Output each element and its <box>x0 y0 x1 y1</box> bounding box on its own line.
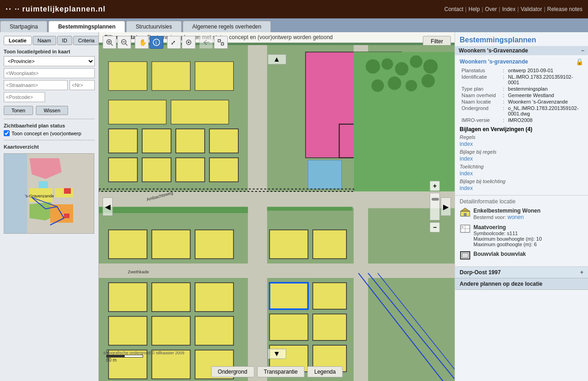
svg-point-60 <box>371 80 384 92</box>
tab-id[interactable]: ID <box>57 36 72 45</box>
regels-link[interactable]: index <box>460 141 473 147</box>
postal-input[interactable] <box>4 92 45 102</box>
city-input[interactable] <box>4 68 95 78</box>
street-input[interactable] <box>4 80 68 90</box>
transparantie-button[interactable]: Transparantie <box>257 366 305 377</box>
legenda-button[interactable]: Legenda <box>307 366 343 377</box>
nav-validator[interactable]: Validator <box>521 6 542 12</box>
svg-rect-1 <box>4 154 27 234</box>
minimap: 's-Gravenzande <box>4 153 94 234</box>
svg-rect-70 <box>109 317 147 346</box>
other-plan-row[interactable]: Dorp-Oost 1997 + <box>455 267 588 278</box>
nav-over[interactable]: Over <box>485 6 497 12</box>
tab-locatie[interactable]: Locatie <box>4 36 32 45</box>
pan-tool[interactable]: ✋ <box>135 36 149 49</box>
expand-icon: + <box>580 269 583 276</box>
map-nav-left[interactable]: ◀ <box>103 197 113 216</box>
nav-help[interactable]: Help <box>468 6 480 12</box>
svg-rect-27 <box>218 40 220 42</box>
svg-rect-44 <box>142 129 171 153</box>
zoom-in-tool[interactable] <box>103 36 116 49</box>
rp-collapse-btn[interactable]: − <box>581 47 584 54</box>
plan-details-table: Planstatus : ontwerp 2010-09-01 Identifi… <box>460 67 583 123</box>
detail-title: Detailinformatie locatie <box>460 198 583 205</box>
wonen-name: Enkelbestemming Wonen <box>473 208 583 214</box>
bijlage-toelichting-label: Bijlage bij toelichting <box>460 179 583 184</box>
svg-text:⤢: ⤢ <box>171 39 176 46</box>
nav-contact[interactable]: Contact <box>444 6 463 12</box>
rp-header: Bestemmingsplannen Woonkern 's-Gravenzan… <box>455 32 588 196</box>
svg-rect-10 <box>64 214 69 218</box>
bouwvlak-content: Bouwvlak bouwvlak <box>473 251 583 257</box>
plan-name-link[interactable]: Woonkern 's-gravenzande <box>460 58 528 65</box>
tab-structuurvisies[interactable]: Structuurvisies <box>126 21 182 32</box>
bijlage-regels-link[interactable]: index <box>460 156 473 162</box>
select-tool[interactable] <box>182 36 196 49</box>
tab-startpagina[interactable]: Startpagina <box>0 21 47 32</box>
svg-rect-4 <box>39 181 48 188</box>
svg-rect-87 <box>99 211 248 213</box>
tonen-button[interactable]: Tonen <box>4 106 33 115</box>
svg-rect-91 <box>270 283 308 309</box>
other-plan-label: Dorp-Oost 1997 <box>460 269 501 276</box>
bijlage-toelichting-section: Bijlage bij toelichting index <box>460 179 583 191</box>
bijlage-regels-section: Bijlage bij regels index <box>460 149 583 162</box>
svg-rect-39 <box>152 62 190 91</box>
detail-item-wonen: Enkelbestemming Wonen Bestemd voor: wone… <box>460 208 583 220</box>
ondergrond-button[interactable]: Ondergrond <box>211 366 254 377</box>
zoom-plus-btn[interactable]: + <box>430 181 440 191</box>
map-nav-up[interactable]: ▲ <box>268 54 286 64</box>
section-label: Toon locatie/gebied in kaart <box>4 49 95 54</box>
svg-rect-69 <box>195 283 234 312</box>
zoom-minus-btn[interactable]: − <box>430 222 440 232</box>
svg-rect-47 <box>109 158 138 182</box>
number-input[interactable] <box>69 80 95 90</box>
wonen-icon <box>460 208 471 217</box>
detail-item-maatvoering: m Maatvoering Symboolcode: s111 Maximum … <box>460 224 583 247</box>
svg-rect-9 <box>64 188 71 194</box>
concept-checkbox[interactable] <box>4 130 10 136</box>
info-tool[interactable]: i <box>150 36 163 49</box>
back-tool[interactable] <box>199 36 213 49</box>
map-nav-down[interactable]: ▼ <box>268 349 286 359</box>
tab-algemene-regels[interactable]: Algemene regels overheden <box>183 21 271 32</box>
map-svg: Ambachtsweg Zwethkade <box>99 45 455 381</box>
visibility-label: Zichtbaarheid plan status <box>4 123 95 128</box>
measure-tool[interactable]: ⤢ <box>167 36 181 49</box>
province-select[interactable]: <Provincie> <box>4 56 95 66</box>
svg-rect-42 <box>171 100 229 124</box>
map-nav-right[interactable]: ▶ <box>441 197 451 216</box>
header-nav: Contact | Help | Over | Index | Validato… <box>444 6 582 12</box>
svg-rect-65 <box>152 230 190 259</box>
svg-rect-67 <box>109 283 147 312</box>
map-container: Filter op status: Bestemmingsplannen met… <box>99 32 455 381</box>
andere-plannen-row[interactable]: Andere plannen op deze locatie <box>455 278 588 290</box>
nav-index[interactable]: Index <box>502 6 515 12</box>
nav-release-notes[interactable]: Release notes <box>547 6 582 12</box>
svg-rect-43 <box>109 129 138 153</box>
svg-point-58 <box>410 55 422 68</box>
svg-rect-34 <box>248 45 267 381</box>
tab-criteria[interactable]: Criteria <box>73 36 99 45</box>
svg-point-56 <box>381 58 393 70</box>
svg-rect-68 <box>152 283 190 312</box>
wissen-button[interactable]: Wissen <box>36 106 68 115</box>
tab-naam[interactable]: Naam <box>33 36 56 45</box>
bijlage-toelichting-link[interactable]: index <box>460 185 473 191</box>
zoom-out-tool[interactable] <box>117 36 131 49</box>
svg-point-57 <box>395 62 408 75</box>
maatvoering-symbool: Symboolcode: s111 <box>473 231 583 236</box>
tab-bestemmingsplannen[interactable]: Bestemmingsplannen <box>48 21 125 32</box>
wonen-sub: Bestemd voor: wonen <box>473 214 583 220</box>
svg-point-59 <box>423 59 438 74</box>
zoom-controls: + − <box>430 181 440 232</box>
svg-rect-80 <box>270 314 308 340</box>
table-row: Planstatus : ontwerp 2010-09-01 <box>460 67 583 74</box>
maatvoering-content: Maatvoering Symboolcode: s111 Maximum bo… <box>473 224 583 247</box>
wonen-link[interactable]: wonen <box>507 214 524 220</box>
svg-marker-93 <box>461 208 470 211</box>
svg-rect-33 <box>99 264 455 278</box>
toelichting-link[interactable]: index <box>460 170 473 177</box>
table-row: Naam locatie : Woonkern 's-Gravenzande <box>460 98 583 105</box>
full-extent-tool[interactable] <box>214 36 228 49</box>
